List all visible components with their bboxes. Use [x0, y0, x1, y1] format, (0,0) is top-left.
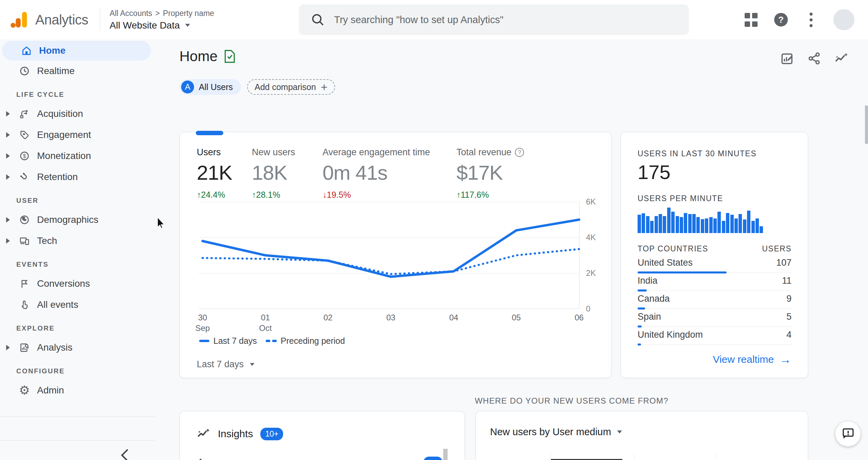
sidebar-item-label: Conversions: [37, 278, 90, 289]
per-minute-bar: [696, 217, 700, 233]
per-minute-bar: [751, 221, 755, 233]
metric-users[interactable]: Users 21K ↑24.4%: [197, 147, 232, 200]
sidebar-item-all-events[interactable]: All events: [0, 294, 156, 315]
view-realtime-link[interactable]: View realtime →: [713, 352, 792, 367]
insights-scrollbar[interactable]: [443, 449, 448, 460]
trend-arrow-icon: ↑: [197, 190, 201, 199]
metric-label: Average engagement time: [323, 147, 430, 158]
ga-home-page: Analytics All Accounts > Property name A…: [0, 0, 868, 460]
y-axis-tick: 2K: [586, 268, 606, 278]
period-selector[interactable]: Last 7 days: [197, 359, 255, 370]
sidebar-item-analysis[interactable]: Analysis: [0, 337, 156, 358]
sidebar-section-explore: EXPLORE: [0, 315, 156, 337]
dimension-selector[interactable]: New users by User medium: [490, 426, 623, 438]
sidebar-item-label: Realtime: [37, 66, 74, 76]
breadcrumb-account[interactable]: All Accounts: [110, 9, 152, 18]
sidebar-item-acquisition[interactable]: Acquisition: [0, 103, 156, 124]
apps-grid-icon[interactable]: [744, 12, 759, 27]
account-breadcrumb: All Accounts > Property name All Website…: [110, 9, 214, 31]
collapse-sidebar-icon[interactable]: [120, 448, 131, 460]
country-users: 4: [786, 330, 792, 340]
topbar-actions: ?: [744, 0, 868, 39]
per-minute-bar: [717, 212, 721, 233]
metric-value: 18K: [252, 161, 295, 184]
metric-label: Users: [197, 147, 232, 158]
country-name: United States: [638, 258, 693, 268]
add-comparison-label: Add comparison: [255, 82, 316, 92]
country-users: 107: [776, 258, 792, 268]
expand-icon[interactable]: [0, 111, 16, 117]
sidebar-item-label: Analysis: [37, 342, 72, 353]
x-axis: 30Sep 01Oct 02 03 04 05 06: [198, 312, 593, 333]
sidebar-section-user: USER: [0, 188, 156, 209]
topbar-divider: [100, 8, 100, 31]
search-bar[interactable]: [299, 4, 689, 35]
add-comparison-button[interactable]: Add comparison +: [247, 79, 335, 95]
help-icon[interactable]: ?: [515, 148, 524, 157]
feedback-button[interactable]: [835, 421, 861, 446]
expand-icon[interactable]: [0, 174, 16, 180]
per-minute-bar: [676, 216, 679, 233]
insights-sparkline-icon[interactable]: [833, 50, 850, 67]
sidebar-item-engagement[interactable]: Engagement: [0, 124, 156, 145]
property-selector[interactable]: All Website Data: [110, 20, 214, 31]
expand-icon[interactable]: [0, 153, 16, 159]
countries-table-header: TOP COUNTRIES USERS: [638, 244, 792, 253]
sidebar-item-admin[interactable]: ⚙ Admin: [0, 380, 156, 401]
avatar[interactable]: [833, 9, 854, 30]
sidebar-item-label: All events: [37, 299, 78, 310]
sidebar-item-label: Monetization: [37, 151, 91, 161]
sidebar-item-home[interactable]: Home: [2, 41, 151, 60]
sidebar-item-monetization[interactable]: $ Monetization: [0, 145, 156, 166]
devices-icon: [16, 235, 33, 246]
insights-count-badge[interactable]: 10+: [260, 428, 283, 440]
page-scrollbar[interactable]: [865, 105, 868, 144]
customize-report-icon[interactable]: [778, 50, 796, 67]
svg-text:$: $: [23, 153, 26, 159]
search-input[interactable]: [334, 14, 640, 25]
expand-icon[interactable]: [0, 238, 16, 244]
per-minute-bar: [671, 212, 675, 233]
table-row[interactable]: United States107: [638, 255, 792, 273]
more-vert-icon[interactable]: [803, 12, 818, 27]
chart-legend: Last 7 days Preceding period: [199, 336, 345, 346]
sidebar-item-realtime[interactable]: Realtime: [0, 60, 156, 82]
share-icon[interactable]: [805, 50, 823, 67]
insight-badge-partial[interactable]: [423, 457, 442, 460]
per-minute-bar: [739, 214, 742, 233]
table-row[interactable]: United Kingdom4: [638, 328, 792, 346]
all-users-chip[interactable]: A All Users: [179, 79, 241, 95]
table-row[interactable]: Canada9: [638, 291, 792, 309]
per-minute-bar: [663, 216, 666, 233]
metric-total-revenue[interactable]: Total revenue? $17K ↑117.6%: [456, 147, 524, 200]
sidebar-item-demographics[interactable]: Demographics: [0, 209, 156, 230]
analysis-icon: [16, 342, 33, 353]
per-minute-bar: [734, 218, 738, 233]
table-row[interactable]: India11: [638, 273, 792, 291]
per-minute-bar: [680, 217, 683, 233]
users-header: USERS: [762, 244, 792, 253]
metric-engagement-time[interactable]: Average engagement time 0m 41s ↓19.5%: [323, 147, 430, 200]
users-line-chart[interactable]: [198, 202, 593, 309]
help-icon[interactable]: ?: [774, 12, 788, 27]
expand-icon[interactable]: [0, 345, 16, 350]
sidebar-section-lifecycle: LIFE CYCLE: [0, 82, 156, 103]
expand-icon[interactable]: [0, 217, 16, 223]
expand-icon[interactable]: [0, 132, 16, 138]
metric-delta: ↓19.5%: [323, 190, 430, 200]
per-minute-bar: [688, 214, 692, 233]
legend-preceding-period: Preceding period: [266, 336, 345, 346]
topbar: Analytics All Accounts > Property name A…: [0, 0, 868, 39]
breadcrumb-property[interactable]: Property name: [163, 9, 214, 18]
sidebar-item-retention[interactable]: Retention: [0, 166, 156, 188]
analytics-logo[interactable]: Analytics: [0, 9, 88, 30]
active-tab-indicator[interactable]: [196, 131, 223, 135]
per-minute-bar: [684, 213, 687, 233]
per-minute-bar: [655, 216, 658, 233]
sidebar-item-conversions[interactable]: Conversions: [0, 273, 156, 294]
sidebar-item-tech[interactable]: Tech: [0, 230, 156, 251]
sidebar-divider: [0, 417, 156, 417]
table-row[interactable]: Spain5: [638, 309, 792, 328]
country-name: Canada: [638, 294, 670, 304]
metric-new-users[interactable]: New users 18K ↑28.1%: [252, 147, 295, 200]
